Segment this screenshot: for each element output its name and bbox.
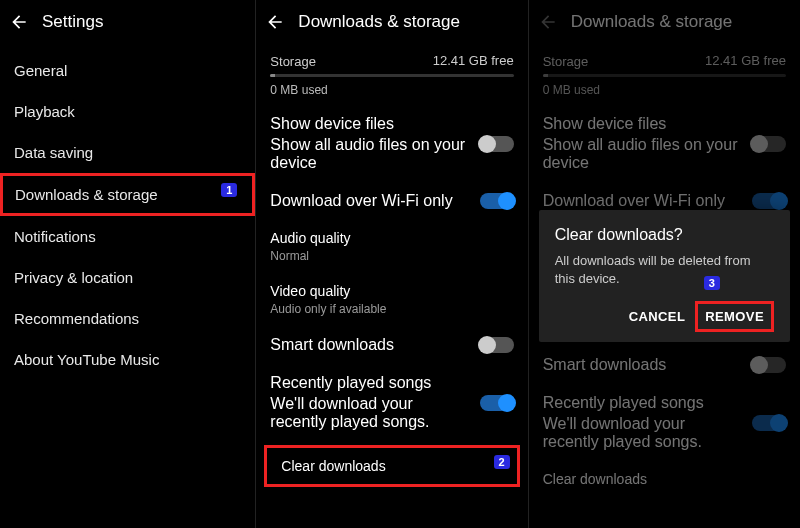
row-label: Audio quality xyxy=(270,230,513,246)
downloads-storage-modal-pane: Downloads & storage Storage 12.41 GB fre… xyxy=(529,0,800,528)
row-sublabel: We'll download your recently played song… xyxy=(543,415,744,451)
menu-recommendations[interactable]: Recommendations xyxy=(0,298,255,339)
show-device-files-row: Show device files Show all audio files o… xyxy=(529,105,800,182)
step-badge-1: 1 xyxy=(221,183,237,197)
video-quality-row[interactable]: Video quality Audio only if available xyxy=(256,273,527,326)
row-label: Smart downloads xyxy=(270,336,394,354)
row-sublabel: Normal xyxy=(270,249,513,263)
back-arrow-icon xyxy=(535,9,561,35)
clear-downloads-row: Clear downloads xyxy=(529,461,800,497)
row-label: Show device files xyxy=(270,115,471,133)
toggle-on-icon xyxy=(752,415,786,431)
toggle-off-icon xyxy=(752,357,786,373)
row-sublabel: Show all audio files on your device xyxy=(270,136,471,172)
row-label: Recently played songs xyxy=(543,394,744,412)
back-arrow-icon[interactable] xyxy=(6,9,32,35)
downloads-storage-pane: Downloads & storage Storage 12.41 GB fre… xyxy=(256,0,528,528)
toggle-on-icon[interactable] xyxy=(480,193,514,209)
recently-played-row: Recently played songs We'll download you… xyxy=(529,384,800,461)
row-sublabel: We'll download your recently played song… xyxy=(270,395,471,431)
menu-playback[interactable]: Playback xyxy=(0,91,255,132)
recently-played-row[interactable]: Recently played songs We'll download you… xyxy=(256,364,527,441)
clear-downloads-row[interactable]: Clear downloads xyxy=(264,445,519,487)
toggle-on-icon[interactable] xyxy=(480,395,514,411)
toggle-off-icon[interactable] xyxy=(480,337,514,353)
row-label: Smart downloads xyxy=(543,356,667,374)
settings-pane: Settings General Playback Data saving Do… xyxy=(0,0,256,528)
wifi-only-row[interactable]: Download over Wi-Fi only xyxy=(256,182,527,220)
menu-privacy-location[interactable]: Privacy & location xyxy=(0,257,255,298)
menu-notifications[interactable]: Notifications xyxy=(0,216,255,257)
toggle-off-icon[interactable] xyxy=(480,136,514,152)
toggle-off-icon xyxy=(752,136,786,152)
cancel-button[interactable]: CANCEL xyxy=(619,301,696,332)
row-label: Download over Wi-Fi only xyxy=(543,192,725,210)
row-sublabel: Audio only if available xyxy=(270,302,513,316)
page-title: Settings xyxy=(42,12,103,32)
row-label: Clear downloads xyxy=(281,458,502,474)
smart-downloads-row: Smart downloads xyxy=(529,346,800,384)
back-arrow-icon[interactable] xyxy=(262,9,288,35)
row-label: Show device files xyxy=(543,115,744,133)
menu-about[interactable]: About YouTube Music xyxy=(0,339,255,380)
menu-data-saving[interactable]: Data saving xyxy=(0,132,255,173)
row-label: Video quality xyxy=(270,283,513,299)
storage-used: 0 MB used xyxy=(256,77,527,105)
menu-general[interactable]: General xyxy=(0,50,255,91)
page-title: Downloads & storage xyxy=(298,12,460,32)
row-label: Download over Wi-Fi only xyxy=(270,192,452,210)
dialog-message: All downloads will be deleted from this … xyxy=(555,252,774,287)
storage-bar xyxy=(543,74,786,77)
storage-bar xyxy=(270,74,513,77)
audio-quality-row[interactable]: Audio quality Normal xyxy=(256,220,527,273)
dialog-title: Clear downloads? xyxy=(555,226,774,244)
row-label: Clear downloads xyxy=(543,471,786,487)
clear-downloads-dialog: Clear downloads? All downloads will be d… xyxy=(539,210,790,342)
storage-used: 0 MB used xyxy=(529,77,800,105)
row-sublabel: Show all audio files on your device xyxy=(543,136,744,172)
smart-downloads-row[interactable]: Smart downloads xyxy=(256,326,527,364)
page-title: Downloads & storage xyxy=(571,12,733,32)
row-label: Recently played songs xyxy=(270,374,471,392)
show-device-files-row[interactable]: Show device files Show all audio files o… xyxy=(256,105,527,182)
step-badge-3: 3 xyxy=(704,276,720,290)
settings-menu: General Playback Data saving Downloads &… xyxy=(0,44,255,386)
remove-button[interactable]: REMOVE xyxy=(695,301,774,332)
menu-downloads-storage[interactable]: Downloads & storage xyxy=(0,173,255,216)
step-badge-2: 2 xyxy=(494,455,510,469)
toggle-on-icon xyxy=(752,193,786,209)
